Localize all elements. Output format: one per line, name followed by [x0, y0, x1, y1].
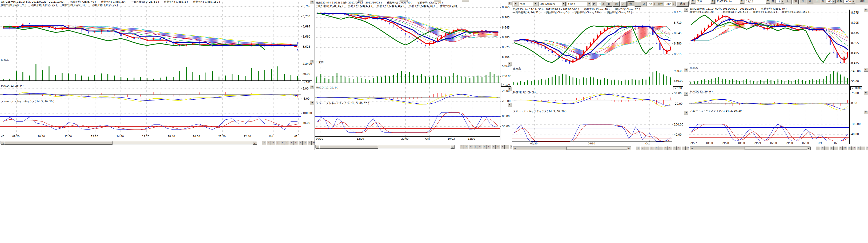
horizontal-scrollbar[interactable]: ◄►	[690, 146, 810, 150]
scroll-down-icon[interactable]: ▼	[684, 111, 688, 115]
chart-canvas[interactable]	[689, 0, 868, 150]
scroll-right-icon[interactable]: ►	[253, 141, 257, 145]
contract-dropdown[interactable]: 11/12▼	[567, 2, 592, 6]
tool-button[interactable]: T	[482, 145, 487, 149]
tool-button[interactable]: ∕	[641, 146, 645, 150]
scroll-right-icon[interactable]: ►	[627, 146, 631, 150]
minute-spinner[interactable]: 60◢	[826, 0, 836, 3]
tool-button[interactable]: ∕	[267, 141, 271, 145]
spinner-arrows-icon[interactable]: ◢	[601, 2, 605, 6]
tool-button[interactable]: ∕	[820, 146, 825, 150]
scroll-down-icon[interactable]: ▼	[864, 110, 868, 114]
scroll-down-icon[interactable]: ▼	[864, 8, 868, 12]
period-button-月[interactable]: 月	[800, 0, 806, 4]
scroll-down-icon[interactable]: ▼	[864, 91, 868, 95]
scroll-left-icon[interactable]: ◄	[316, 145, 320, 149]
tool-button[interactable]: S	[857, 146, 861, 150]
tool-button[interactable]: E	[491, 145, 496, 149]
scroll-down-icon[interactable]: ▼	[684, 92, 688, 96]
tool-button[interactable]: |	[829, 146, 834, 150]
bars-count-spinner[interactable]: 600◢	[664, 2, 676, 6]
timeframe-mini-dropdown[interactable]: ▼	[690, 0, 695, 4]
chevron-down-icon[interactable]: ▼	[587, 2, 591, 6]
tool-button[interactable]: P	[298, 141, 303, 145]
tool-button[interactable]: ∕	[464, 145, 468, 149]
symbol-dropdown[interactable]: 日経225mini▼	[538, 2, 566, 6]
scroll-right-icon[interactable]: ►	[451, 145, 455, 149]
period-button-月[interactable]: 月	[620, 1, 627, 7]
tool-button[interactable]: −	[825, 146, 829, 150]
tool-button[interactable]: +	[654, 146, 658, 150]
bar-type-spinner[interactable]: 1◢	[775, 0, 784, 3]
tool-button[interactable]: −	[469, 145, 473, 149]
apply-button[interactable]: 適用	[856, 0, 868, 4]
scroll-down-icon[interactable]: ▼	[310, 60, 314, 63]
tool-button[interactable]: E	[294, 141, 298, 145]
scrollbar-thumb[interactable]	[319, 145, 378, 149]
spinner-arrows-icon[interactable]: ◢	[652, 2, 656, 6]
scroll-down-icon[interactable]: ▼	[864, 68, 868, 72]
tool-button[interactable]: ·	[307, 141, 312, 145]
tool-button[interactable]: R	[843, 146, 847, 150]
tool-button[interactable]: ·	[681, 146, 686, 150]
tool-button[interactable]: |	[276, 141, 280, 145]
tool-button[interactable]: R	[289, 141, 293, 145]
scrollbar-thumb[interactable]	[517, 146, 567, 150]
scroll-down-icon[interactable]: ▼	[684, 68, 688, 72]
chart-canvas[interactable]	[0, 0, 315, 150]
category-dropdown[interactable]: 先物▼	[519, 2, 538, 6]
scrollbar-thumb[interactable]	[4, 141, 113, 145]
spinner-arrows-icon[interactable]: ◢	[832, 0, 835, 3]
tool-button[interactable]: ·	[505, 145, 509, 149]
tool-button[interactable]: E	[668, 146, 672, 150]
chart-canvas[interactable]	[512, 0, 689, 150]
chevron-down-icon[interactable]: ▼	[740, 0, 744, 4]
tool-button[interactable]: ∖	[816, 146, 820, 150]
contract-dropdown[interactable]: 11/12▼	[745, 0, 770, 4]
tool-button[interactable]: S	[500, 145, 505, 149]
scroll-down-icon[interactable]: ▼	[310, 85, 314, 89]
tool-button[interactable]: S	[303, 141, 307, 145]
chart-canvas[interactable]	[315, 0, 512, 150]
period-button-T[interactable]: T	[635, 1, 641, 7]
tool-button[interactable]: ↵	[312, 141, 315, 145]
tool-button[interactable]: +	[280, 141, 284, 145]
tool-button[interactable]: −	[271, 141, 275, 145]
tool-button[interactable]: P	[496, 145, 500, 149]
tool-button[interactable]: ·	[861, 146, 865, 150]
horizontal-scrollbar[interactable]: ◄►	[1, 141, 257, 144]
tool-button[interactable]: P	[852, 146, 856, 150]
bar-type-spinner[interactable]: 1◢	[597, 2, 605, 6]
period-button-日[interactable]: 日	[785, 0, 792, 4]
scroll-down-icon[interactable]: ▼	[507, 87, 512, 91]
chevron-down-icon[interactable]: ▼	[561, 2, 566, 6]
spinner-arrows-icon[interactable]: ◢	[851, 0, 855, 3]
tool-button[interactable]: −	[645, 146, 649, 150]
symbol-dropdown[interactable]: 日経225mini▼	[716, 0, 744, 4]
tool-button[interactable]: S	[677, 146, 681, 150]
tool-button[interactable]: ∖	[262, 141, 266, 145]
period-button-分[interactable]: 分	[807, 0, 813, 4]
scroll-down-icon[interactable]: ▼	[310, 101, 314, 105]
scroll-down-icon[interactable]: ▼	[507, 1, 512, 5]
tool-button[interactable]: R	[663, 146, 668, 150]
tool-button[interactable]: T	[659, 146, 663, 150]
chevron-down-icon[interactable]: ▼	[514, 2, 518, 6]
tool-button[interactable]: +	[834, 146, 838, 150]
tool-button[interactable]: |	[473, 145, 477, 149]
scroll-left-icon[interactable]: ◄	[513, 146, 517, 150]
period-button-週[interactable]: 週	[792, 0, 799, 4]
tool-button[interactable]: T	[285, 141, 289, 145]
scroll-down-icon[interactable]: ▼	[684, 8, 688, 12]
tool-button[interactable]: ∖	[636, 146, 640, 150]
scroll-down-icon[interactable]: ▼	[310, 0, 314, 4]
scroll-left-icon[interactable]: ◄	[1, 141, 5, 145]
period-button-T[interactable]: T	[814, 0, 820, 4]
chevron-down-icon[interactable]: ▼	[766, 0, 770, 4]
tool-button[interactable]: +	[478, 145, 482, 149]
period-button-分[interactable]: 分	[627, 1, 634, 7]
period-button-日[interactable]: 日	[606, 1, 612, 7]
scrollbar-thumb[interactable]	[694, 146, 745, 150]
tool-button[interactable]: T	[838, 146, 843, 150]
timeframe-mini-dropdown[interactable]: ▼	[513, 2, 518, 6]
